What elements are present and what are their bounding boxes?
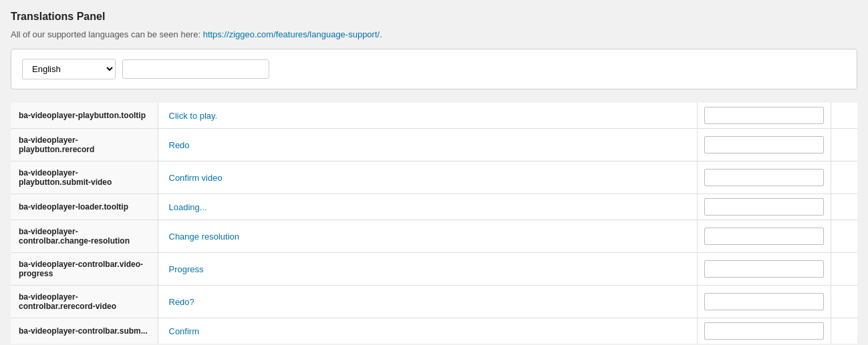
translation-key: ba-videoplayer-controlbar.rerecord-video	[11, 286, 158, 318]
translation-input[interactable]	[704, 136, 824, 153]
translation-input-cell	[697, 318, 831, 344]
table-row: ba-videoplayer-loader.tooltip Loading...	[11, 194, 857, 220]
action-cell	[831, 103, 857, 129]
translation-key: ba-videoplayer-loader.tooltip	[11, 194, 158, 220]
translation-input[interactable]	[704, 107, 824, 124]
table-row: ba-videoplayer-controlbar.subm... Confir…	[11, 318, 857, 344]
language-select[interactable]: EnglishGermanFrenchSpanishItalianPortugu…	[22, 59, 116, 79]
default-value: Progress	[158, 253, 697, 286]
default-value: Click to play.	[158, 103, 697, 129]
action-cell	[831, 129, 857, 161]
translation-key: ba-videoplayer-controlbar.change-resolut…	[11, 220, 158, 253]
default-value: Confirm video	[158, 161, 697, 194]
translation-input-cell	[697, 161, 831, 194]
table-row: ba-videoplayer-controlbar.change-resolut…	[11, 220, 857, 253]
translation-key: ba-videoplayer-playbutton.submit-video	[11, 161, 158, 194]
translation-key: ba-videoplayer-playbutton.tooltip	[11, 103, 158, 129]
translation-input-cell	[697, 103, 831, 129]
table-row: ba-videoplayer-controlbar.video-progress…	[11, 253, 857, 286]
default-value: Redo	[158, 129, 697, 161]
translation-input-cell	[697, 129, 831, 161]
subtitle-label: All of our supported languages can be se…	[11, 29, 203, 39]
translation-input-cell	[697, 194, 831, 220]
translation-input-cell	[697, 286, 831, 318]
translation-input[interactable]	[704, 322, 824, 340]
action-cell	[831, 194, 857, 220]
translation-input[interactable]	[704, 293, 824, 310]
page-title: Translations Panel	[11, 11, 857, 23]
action-cell	[831, 318, 857, 344]
action-cell	[831, 286, 857, 318]
translation-key: ba-videoplayer-controlbar.subm...	[11, 318, 158, 344]
default-value: Change resolution	[158, 220, 697, 253]
default-value: Confirm	[158, 318, 697, 344]
translation-input[interactable]	[704, 228, 824, 245]
translation-input-cell	[697, 253, 831, 286]
default-value: Loading...	[158, 194, 697, 220]
action-cell	[831, 161, 857, 194]
translation-key: ba-videoplayer-controlbar.video-progress	[11, 253, 158, 286]
top-controls-panel: EnglishGermanFrenchSpanishItalianPortugu…	[11, 49, 857, 89]
language-support-link[interactable]: https://ziggeo.com/features/language-sup…	[203, 29, 380, 39]
action-cell	[831, 253, 857, 286]
table-row: ba-videoplayer-playbutton.rerecord Redo	[11, 129, 857, 161]
table-row: ba-videoplayer-playbutton.tooltip Click …	[11, 103, 857, 129]
action-cell	[831, 220, 857, 253]
subtitle-text: All of our supported languages can be se…	[11, 29, 857, 39]
translation-key: ba-videoplayer-playbutton.rerecord	[11, 129, 158, 161]
translations-table: ba-videoplayer-playbutton.tooltip Click …	[11, 103, 857, 344]
translation-input-cell	[697, 220, 831, 253]
table-row: ba-videoplayer-playbutton.submit-video C…	[11, 161, 857, 194]
translation-input[interactable]	[704, 198, 824, 216]
translation-input[interactable]	[704, 169, 824, 186]
table-row: ba-videoplayer-controlbar.rerecord-video…	[11, 286, 857, 318]
translation-input[interactable]	[704, 260, 824, 278]
default-value: Redo?	[158, 286, 697, 318]
search-input[interactable]	[122, 59, 269, 79]
